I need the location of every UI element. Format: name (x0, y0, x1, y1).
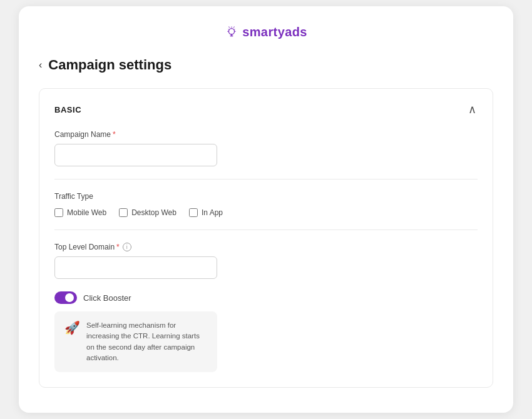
mobile-web-label: Mobile Web (67, 208, 106, 217)
traffic-type-group: Traffic Type Mobile Web Desktop Web In A… (54, 192, 478, 217)
logo-area: smartyads (39, 25, 493, 39)
svg-point-0 (229, 28, 235, 34)
page-header: ‹ Campaign settings (39, 57, 493, 73)
toggle-slider (54, 291, 77, 304)
click-booster-toggle[interactable] (54, 291, 77, 304)
tld-required-star: * (116, 243, 120, 251)
back-button[interactable]: ‹ (39, 60, 42, 70)
traffic-type-checkboxes: Mobile Web Desktop Web In App (54, 208, 478, 217)
divider-2 (54, 230, 478, 230)
info-box-text: Self-learning mechanism for increasing t… (86, 320, 207, 363)
mobile-web-checkbox[interactable] (54, 208, 63, 217)
top-level-domain-group: Top Level Domain * i (54, 243, 478, 279)
logo-icon (225, 26, 238, 39)
checkbox-mobile-web[interactable]: Mobile Web (54, 208, 106, 217)
rocket-icon: 🚀 (64, 320, 80, 335)
required-star: * (113, 130, 116, 139)
top-level-domain-label: Top Level Domain * i (54, 243, 478, 251)
top-level-domain-input[interactable] (54, 256, 217, 279)
in-app-label: In App (202, 208, 223, 217)
traffic-type-label: Traffic Type (54, 192, 478, 201)
desktop-web-checkbox[interactable] (119, 208, 128, 217)
info-box: 🚀 Self-learning mechanism for increasing… (54, 311, 217, 372)
page-title: Campaign settings (48, 57, 171, 73)
tld-info-icon[interactable]: i (123, 243, 131, 251)
in-app-checkbox[interactable] (189, 208, 198, 217)
section-header: BASIC ∧ (54, 101, 478, 118)
logo-text: smartyads (242, 25, 307, 39)
campaign-name-label: Campaign Name * (54, 130, 478, 139)
click-booster-label: Click Booster (83, 293, 131, 303)
basic-section: BASIC ∧ Campaign Name * Traffic Type Mob… (39, 88, 493, 388)
desktop-web-label: Desktop Web (131, 208, 176, 217)
click-booster-row: Click Booster (54, 291, 478, 304)
collapse-button[interactable]: ∧ (467, 101, 478, 118)
section-title: BASIC (54, 105, 81, 114)
main-card: smartyads ‹ Campaign settings BASIC ∧ Ca… (19, 6, 513, 413)
campaign-name-group: Campaign Name * (54, 130, 478, 166)
divider-1 (54, 179, 478, 179)
campaign-name-input[interactable] (54, 144, 217, 166)
checkbox-in-app[interactable]: In App (189, 208, 223, 217)
checkbox-desktop-web[interactable]: Desktop Web (119, 208, 176, 217)
